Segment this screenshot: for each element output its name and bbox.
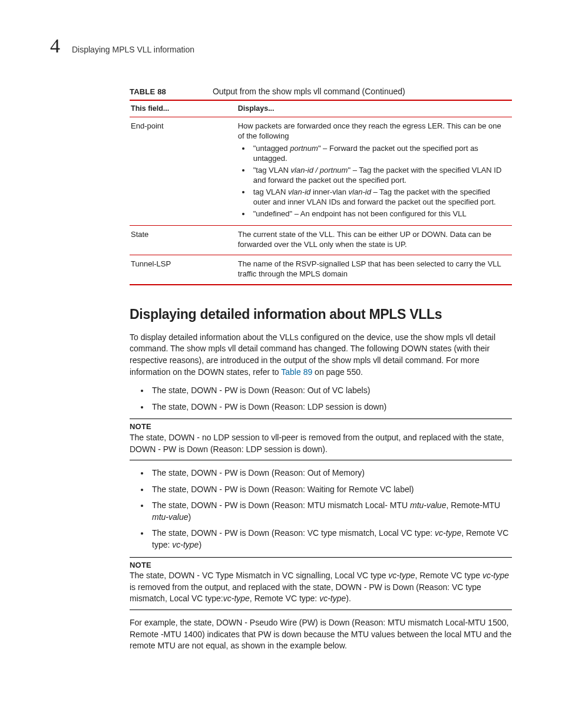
th-field: This field... bbox=[130, 100, 237, 117]
list-item: "tag VLAN vlan-id / portnum" – Tag the p… bbox=[251, 165, 508, 186]
note-label: NOTE bbox=[130, 419, 512, 432]
table-title: Output from the show mpls vll command (C… bbox=[213, 87, 405, 96]
state-list-1: The state, DOWN - PW is Down (Reason: Ou… bbox=[130, 385, 512, 413]
row-intro: How packets are forwarded once they reac… bbox=[238, 121, 501, 141]
table-caption: TABLE 88 Output from the show mpls vll c… bbox=[130, 86, 512, 97]
cell-desc: The name of the RSVP-signalled LSP that … bbox=[237, 255, 512, 285]
table-reference-link[interactable]: Table 89 bbox=[281, 367, 312, 377]
running-title: Displaying MPLS VLL information bbox=[72, 44, 194, 55]
note-label: NOTE bbox=[130, 557, 512, 571]
list-item: The state, DOWN - PW is Down (Reason: Ou… bbox=[150, 467, 512, 479]
note-body: The state, DOWN - VC Type Mismatch in VC… bbox=[130, 570, 512, 610]
list-item: The state, DOWN - PW is Down (Reason: LD… bbox=[150, 401, 512, 413]
list-item: The state, DOWN - PW is Down (Reason: Ou… bbox=[150, 385, 512, 397]
chapter-number: 4 bbox=[50, 32, 60, 60]
table-header-row: This field... Displays... bbox=[130, 100, 512, 117]
endpoint-list: "untagged portnum" – Forward the packet … bbox=[238, 143, 508, 219]
list-item: "undefined" – An endpoint has not been c… bbox=[251, 209, 508, 219]
cell-field: End-point bbox=[130, 117, 237, 225]
table-row: End-point How packets are forwarded once… bbox=[130, 117, 512, 225]
list-item: tag VLAN vlan-id inner-vlan vlan-id – Ta… bbox=[251, 187, 508, 207]
cell-field: Tunnel-LSP bbox=[130, 255, 237, 285]
intro-paragraph: To display detailed information about th… bbox=[130, 332, 512, 378]
list-item: The state, DOWN - PW is Down (Reason: Wa… bbox=[150, 484, 512, 496]
cell-field: State bbox=[130, 225, 237, 255]
cell-desc: How packets are forwarded once they reac… bbox=[237, 117, 512, 225]
list-item: The state, DOWN - PW is Down (Reason: MT… bbox=[150, 500, 512, 523]
table-label: TABLE 88 bbox=[130, 87, 166, 96]
output-table: This field... Displays... End-point How … bbox=[130, 100, 512, 285]
table-row: State The current state of the VLL. This… bbox=[130, 225, 512, 255]
state-list-2: The state, DOWN - PW is Down (Reason: Ou… bbox=[130, 467, 512, 551]
th-displays: Displays... bbox=[237, 100, 512, 117]
list-item: The state, DOWN - PW is Down (Reason: VC… bbox=[150, 528, 512, 551]
note-body: The state, DOWN - no LDP session to vll-… bbox=[130, 432, 512, 460]
section-heading: Displaying detailed information about MP… bbox=[130, 305, 512, 324]
example-paragraph: For example, the state, DOWN - Pseudo Wi… bbox=[130, 617, 512, 652]
list-item: "untagged portnum" – Forward the packet … bbox=[251, 143, 508, 164]
running-header: 4 Displaying MPLS VLL information bbox=[50, 32, 512, 60]
cell-desc: The current state of the VLL. This can b… bbox=[237, 225, 512, 255]
main-content: TABLE 88 Output from the show mpls vll c… bbox=[130, 86, 512, 652]
table-row: Tunnel-LSP The name of the RSVP-signalle… bbox=[130, 255, 512, 285]
